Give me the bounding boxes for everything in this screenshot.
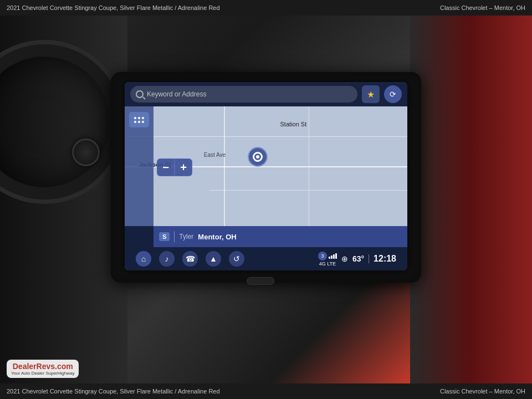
temperature-display: 63°: [352, 254, 364, 263]
apps-button[interactable]: ↺: [229, 251, 244, 267]
car-interior-right: [410, 16, 532, 383]
map-road: [125, 136, 407, 137]
dot: [138, 117, 140, 119]
header-dealer: Classic Chevrolet – Mentor, OH: [440, 4, 525, 11]
header-bar: 2021 Chevrolet Corvette Stingray Coupe, …: [0, 0, 532, 16]
lte-number: 3: [318, 252, 327, 260]
vent-knob-left: [72, 139, 100, 166]
signal-bar-3: [333, 254, 335, 259]
screen-bottom-bar: S Tyler Mentor, OH ⌂ ♪ ☎ ▲ ↺ 3: [125, 226, 407, 270]
dealerrevs-watermark: DealerRevs.com Your Auto Dealer SuperHig…: [7, 360, 79, 378]
search-icon: [136, 90, 144, 98]
menu-dots-button[interactable]: [129, 112, 149, 127]
screen-search-bar: Keyword or Address ★ ⟳: [125, 82, 407, 106]
nav-group-left: ⌂ ♪ ☎ ▲ ↺: [136, 251, 244, 267]
map-area: Jackson St Station St East Ave − +: [125, 106, 407, 226]
signal-bar-2: [331, 255, 332, 259]
zoom-controls: − +: [157, 158, 192, 176]
status-divider: [369, 254, 369, 263]
location-marker: [248, 147, 268, 167]
search-placeholder: Keyword or Address: [147, 90, 206, 98]
header-title: 2021 Chevrolet Corvette Stingray Coupe, …: [7, 4, 220, 11]
lte-signal-bars: [329, 253, 337, 259]
caption-dealer: Classic Chevrolet – Mentor, OH: [440, 388, 525, 395]
dot: [142, 117, 144, 119]
favorites-button[interactable]: ★: [362, 85, 380, 103]
route-label-s: S: [159, 232, 170, 241]
music-button[interactable]: ♪: [159, 251, 175, 267]
phone-button[interactable]: ☎: [182, 251, 198, 267]
location-bar: S Tyler Mentor, OH: [154, 226, 407, 247]
watermark-tagline: Your Auto Dealer SuperHighway: [11, 371, 74, 376]
search-box[interactable]: Keyword or Address: [130, 86, 357, 103]
zoom-in-button[interactable]: +: [175, 158, 192, 176]
signal-bar-1: [329, 257, 330, 259]
dot: [134, 117, 136, 119]
navigation-button[interactable]: ▲: [206, 251, 221, 267]
map-label-east-ave: East Ave: [204, 152, 226, 158]
gps-icon: ⊕: [341, 254, 348, 263]
caption-title: 2021 Chevrolet Corvette Stingray Coupe, …: [7, 388, 220, 395]
infotainment-screen: Keyword or Address ★ ⟳ Jackson St Statio…: [125, 82, 407, 270]
eject-slot: [247, 277, 274, 285]
watermark-domain: DealerRevs.com: [13, 362, 73, 371]
street-label: Tyler: [179, 233, 193, 241]
city-label: Mentor, OH: [198, 233, 236, 241]
marker-circle: [248, 147, 268, 167]
recent-button[interactable]: ⟳: [384, 85, 402, 103]
map-road: [224, 106, 225, 226]
map-label-station-st: Station St: [280, 121, 307, 127]
zoom-out-button[interactable]: −: [157, 158, 175, 176]
dot: [142, 121, 144, 123]
dot: [138, 121, 140, 123]
watermark-logo: DealerRevs.com Your Auto Dealer SuperHig…: [7, 360, 79, 378]
caption-bar: 2021 Chevrolet Corvette Stingray Coupe, …: [0, 383, 532, 399]
lte-badge: 3 4G LTE: [318, 252, 337, 267]
dot: [134, 121, 136, 123]
status-group: 3 4G LTE ⊕ 63° 12:18: [318, 252, 396, 267]
map-road: [309, 106, 309, 226]
location-divider: [174, 231, 175, 242]
home-button[interactable]: ⌂: [136, 251, 151, 267]
marker-inner: [253, 152, 263, 162]
nav-buttons-bar: ⌂ ♪ ☎ ▲ ↺ 3 4G: [125, 247, 407, 270]
lte-text: 4G LTE: [319, 261, 336, 267]
signal-bar-4: [335, 253, 337, 259]
time-display: 12:18: [374, 254, 396, 264]
